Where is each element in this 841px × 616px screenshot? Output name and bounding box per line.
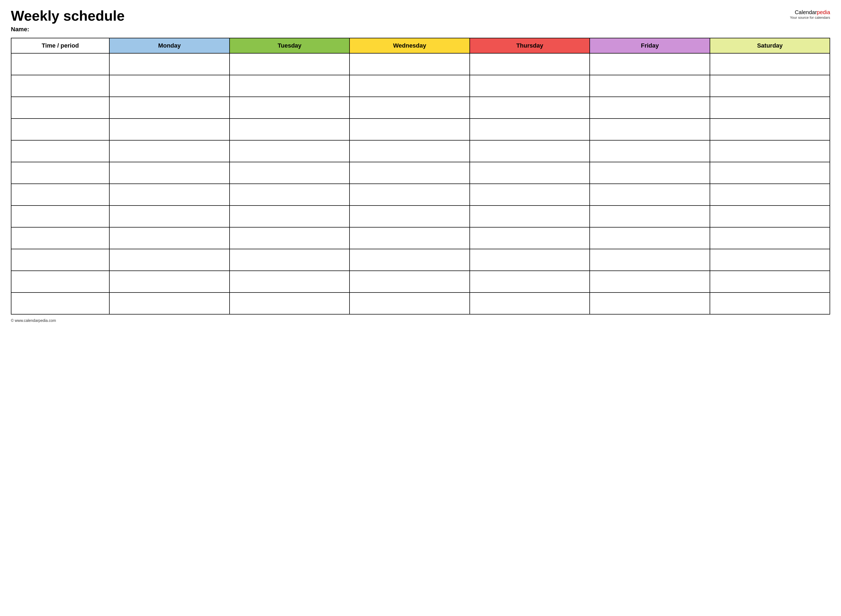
day-cell[interactable]: [710, 184, 830, 205]
col-header-friday: Friday: [590, 38, 710, 53]
day-cell[interactable]: [109, 249, 229, 271]
day-cell[interactable]: [470, 162, 590, 184]
day-cell[interactable]: [710, 205, 830, 227]
table-row: [11, 292, 830, 314]
day-cell[interactable]: [229, 140, 350, 162]
table-row: [11, 162, 830, 184]
day-cell[interactable]: [350, 162, 470, 184]
day-cell[interactable]: [590, 184, 710, 205]
day-cell[interactable]: [710, 97, 830, 119]
day-cell[interactable]: [350, 97, 470, 119]
day-cell[interactable]: [109, 162, 229, 184]
day-cell[interactable]: [109, 292, 229, 314]
table-row: [11, 53, 830, 75]
logo: Calendarpedia: [790, 9, 830, 16]
day-cell[interactable]: [590, 227, 710, 249]
day-cell[interactable]: [229, 271, 350, 292]
day-cell[interactable]: [710, 249, 830, 271]
day-cell[interactable]: [470, 227, 590, 249]
table-row: [11, 140, 830, 162]
time-cell[interactable]: [11, 271, 109, 292]
day-cell[interactable]: [229, 162, 350, 184]
table-row: [11, 119, 830, 140]
time-cell[interactable]: [11, 292, 109, 314]
day-cell[interactable]: [470, 184, 590, 205]
day-cell[interactable]: [710, 53, 830, 75]
day-cell[interactable]: [350, 119, 470, 140]
time-cell[interactable]: [11, 162, 109, 184]
day-cell[interactable]: [109, 97, 229, 119]
logo-pedia: pedia: [817, 9, 830, 15]
time-cell[interactable]: [11, 140, 109, 162]
col-header-time: Time / period: [11, 38, 109, 53]
day-cell[interactable]: [470, 140, 590, 162]
table-row: [11, 97, 830, 119]
day-cell[interactable]: [470, 205, 590, 227]
col-header-monday: Monday: [109, 38, 229, 53]
day-cell[interactable]: [109, 271, 229, 292]
day-cell[interactable]: [590, 97, 710, 119]
day-cell[interactable]: [229, 75, 350, 97]
day-cell[interactable]: [470, 75, 590, 97]
day-cell[interactable]: [470, 249, 590, 271]
day-cell[interactable]: [590, 205, 710, 227]
day-cell[interactable]: [350, 292, 470, 314]
day-cell[interactable]: [710, 162, 830, 184]
day-cell[interactable]: [470, 271, 590, 292]
col-header-saturday: Saturday: [710, 38, 830, 53]
day-cell[interactable]: [590, 271, 710, 292]
day-cell[interactable]: [710, 292, 830, 314]
day-cell[interactable]: [590, 140, 710, 162]
day-cell[interactable]: [470, 97, 590, 119]
day-cell[interactable]: [229, 119, 350, 140]
time-cell[interactable]: [11, 75, 109, 97]
day-cell[interactable]: [229, 205, 350, 227]
day-cell[interactable]: [470, 292, 590, 314]
day-cell[interactable]: [109, 140, 229, 162]
logo-tagline: Your source for calendars: [790, 16, 830, 19]
time-cell[interactable]: [11, 184, 109, 205]
day-cell[interactable]: [710, 75, 830, 97]
time-cell[interactable]: [11, 97, 109, 119]
day-cell[interactable]: [109, 184, 229, 205]
time-cell[interactable]: [11, 227, 109, 249]
table-row: [11, 227, 830, 249]
day-cell[interactable]: [109, 227, 229, 249]
day-cell[interactable]: [229, 53, 350, 75]
day-cell[interactable]: [109, 75, 229, 97]
time-cell[interactable]: [11, 53, 109, 75]
day-cell[interactable]: [590, 75, 710, 97]
day-cell[interactable]: [350, 53, 470, 75]
time-cell[interactable]: [11, 249, 109, 271]
day-cell[interactable]: [590, 162, 710, 184]
day-cell[interactable]: [710, 271, 830, 292]
day-cell[interactable]: [229, 249, 350, 271]
day-cell[interactable]: [350, 184, 470, 205]
day-cell[interactable]: [229, 227, 350, 249]
day-cell[interactable]: [109, 205, 229, 227]
time-cell[interactable]: [11, 205, 109, 227]
day-cell[interactable]: [590, 249, 710, 271]
day-cell[interactable]: [350, 205, 470, 227]
page-title: Weekly schedule: [11, 8, 125, 23]
day-cell[interactable]: [590, 119, 710, 140]
day-cell[interactable]: [590, 292, 710, 314]
day-cell[interactable]: [470, 119, 590, 140]
day-cell[interactable]: [109, 53, 229, 75]
day-cell[interactable]: [470, 53, 590, 75]
day-cell[interactable]: [109, 119, 229, 140]
day-cell[interactable]: [590, 53, 710, 75]
day-cell[interactable]: [229, 184, 350, 205]
day-cell[interactable]: [350, 271, 470, 292]
day-cell[interactable]: [229, 97, 350, 119]
time-cell[interactable]: [11, 119, 109, 140]
day-cell[interactable]: [350, 75, 470, 97]
schedule-body: [11, 53, 830, 314]
day-cell[interactable]: [350, 249, 470, 271]
day-cell[interactable]: [350, 227, 470, 249]
day-cell[interactable]: [710, 227, 830, 249]
day-cell[interactable]: [350, 140, 470, 162]
day-cell[interactable]: [710, 140, 830, 162]
day-cell[interactable]: [229, 292, 350, 314]
day-cell[interactable]: [710, 119, 830, 140]
